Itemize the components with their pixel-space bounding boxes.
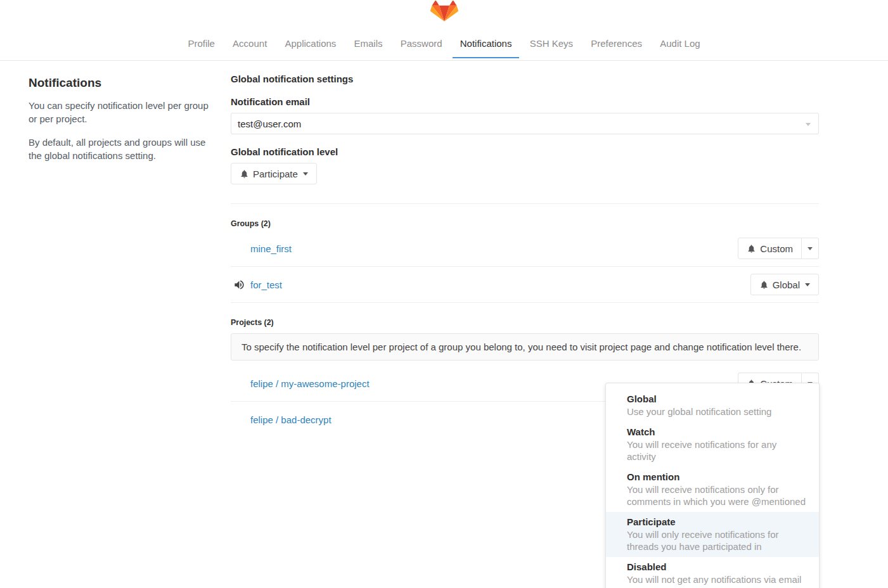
group-mine-first-level-button[interactable]: Custom [738, 238, 802, 259]
projects-heading: Projects (2) [231, 318, 819, 327]
tab-account[interactable]: Account [225, 32, 274, 58]
group-row-mine-first: mine_first Custom [231, 231, 819, 267]
dropdown-item-participate[interactable]: Participate You will only receive notifi… [606, 512, 819, 557]
chevron-down-icon [806, 123, 811, 126]
dropdown-item-title: Disabled [627, 561, 806, 573]
notification-settings-main: Global notification settings Notificatio… [231, 61, 819, 438]
caret-down-icon [805, 283, 810, 286]
tab-emails[interactable]: Emails [347, 32, 390, 58]
volume-up-icon [233, 279, 245, 291]
groups-heading: Groups (2) [231, 219, 819, 228]
notification-email-select[interactable]: test@user.com [231, 113, 819, 134]
dropdown-item-title: On mention [627, 471, 806, 483]
group-row-for-test: for_test Global [231, 267, 819, 303]
caret-down-icon [808, 247, 813, 250]
group-link-for-test[interactable]: for_test [250, 279, 282, 290]
tab-audit-log[interactable]: Audit Log [652, 32, 707, 58]
tab-notifications[interactable]: Notifications [453, 32, 520, 58]
global-notification-level-button[interactable]: Participate [231, 163, 317, 184]
dropdown-item-disabled[interactable]: Disabled You will not get any notificati… [606, 557, 819, 588]
bell-icon [759, 280, 769, 290]
global-notification-level-label: Global notification level [231, 146, 819, 157]
dropdown-item-description: You will receive notifications only for … [627, 483, 806, 508]
dropdown-item-watch[interactable]: Watch You will receive notifications for… [606, 422, 819, 467]
global-level-value: Participate [253, 169, 298, 179]
sidebar-description-1: You can specify notification level per g… [29, 99, 219, 125]
dropdown-item-description: You will only receive notifications for … [627, 528, 806, 553]
project-link-bad-decrypt[interactable]: felipe / bad-decrypt [250, 414, 331, 425]
dropdown-item-title: Global [627, 393, 806, 406]
notification-email-label: Notification email [231, 96, 819, 107]
section-divider [231, 203, 819, 204]
caret-down-icon [303, 172, 308, 176]
tab-preferences[interactable]: Preferences [583, 32, 650, 58]
tab-applications[interactable]: Applications [277, 32, 344, 58]
project-link-my-awesome-project[interactable]: felipe / my-awesome-project [250, 378, 370, 389]
dropdown-item-description: You will receive notifications for any a… [627, 438, 806, 463]
group-for-test-level-button[interactable]: Global [750, 274, 819, 295]
dropdown-item-global[interactable]: Global Use your global notification sett… [606, 389, 819, 422]
group-mine-first-level-split-button: Custom [738, 238, 819, 259]
page-content: Notifications You can specify notificati… [0, 61, 888, 438]
group-mine-first-level-caret-button[interactable] [802, 238, 819, 259]
bell-icon [747, 244, 756, 253]
dropdown-item-description: Use your global notification setting [627, 406, 806, 418]
group-mine-first-level-value: Custom [760, 243, 793, 254]
dropdown-item-on-mention[interactable]: On mention You will receive notification… [606, 467, 819, 512]
dropdown-item-description: You will not get any notifications via e… [627, 573, 806, 585]
tab-ssh-keys[interactable]: SSH Keys [522, 32, 581, 58]
description-sidebar: Notifications You can specify notificati… [29, 61, 219, 438]
group-link-mine-first[interactable]: mine_first [250, 243, 292, 254]
tab-password[interactable]: Password [393, 32, 450, 58]
sidebar-description-2: By default, all projects and groups will… [29, 136, 219, 162]
group-for-test-level-value: Global [773, 279, 800, 290]
settings-tabs: Profile Account Applications Emails Pass… [0, 32, 888, 58]
tab-profile[interactable]: Profile [180, 32, 222, 58]
global-settings-title: Global notification settings [231, 74, 819, 84]
bell-icon [240, 169, 249, 179]
dropdown-item-title: Watch [627, 426, 806, 438]
projects-notice: To specify the notification level per pr… [231, 333, 819, 361]
gitlab-logo-icon [0, 0, 888, 28]
notification-email-value: test@user.com [238, 118, 301, 129]
dropdown-item-title: Participate [627, 516, 806, 528]
profile-settings-header: Profile Account Applications Emails Pass… [0, 0, 888, 61]
page-title: Notifications [29, 76, 219, 90]
notification-level-dropdown: Global Use your global notification sett… [605, 383, 820, 588]
